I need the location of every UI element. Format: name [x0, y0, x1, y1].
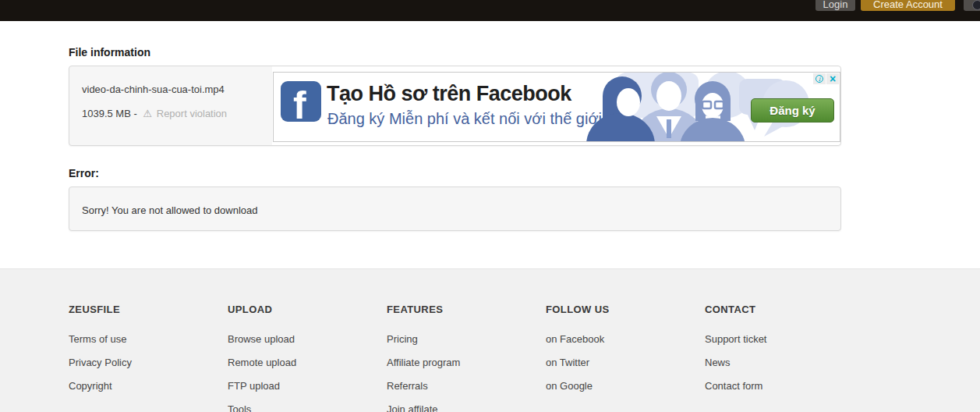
- error-heading: Error:: [69, 167, 99, 179]
- report-violation-link[interactable]: Report violation: [157, 108, 227, 119]
- footer-link-terms[interactable]: Terms of use: [69, 328, 228, 351]
- footer-link-pricing[interactable]: Pricing: [387, 328, 546, 351]
- footer-link-privacy[interactable]: Privacy Policy: [69, 351, 228, 375]
- footer: ZEUSFILE Terms of use Privacy Policy Cop…: [0, 268, 980, 412]
- warning-icon: ⚠: [143, 108, 152, 119]
- ad-signup-button[interactable]: Đăng ký: [751, 98, 834, 123]
- footer-link-join-affilate[interactable]: Join affilate: [387, 398, 546, 412]
- footer-column-features: FEATURES Pricing Affiliate program Refer…: [387, 304, 546, 412]
- footer-link-news[interactable]: News: [705, 351, 864, 375]
- footer-link-referrals[interactable]: Referrals: [387, 375, 546, 398]
- file-info-heading: File information: [69, 46, 150, 59]
- error-box: Sorry! You are not allowed to download: [69, 186, 841, 231]
- footer-column-zeusfile: ZEUSFILE Terms of use Privacy Policy Cop…: [69, 304, 228, 412]
- footer-link-facebook[interactable]: on Facebook: [546, 328, 705, 351]
- footer-link-ftp-upload[interactable]: FTP upload: [228, 375, 387, 398]
- adchoices-info-icon[interactable]: i: [813, 73, 826, 84]
- footer-heading: FEATURES: [387, 304, 546, 315]
- facebook-logo: f: [281, 81, 321, 122]
- separator: -: [134, 108, 137, 119]
- file-name: video-da-chinh-sua-cua-toi.mp4: [82, 83, 225, 95]
- footer-column-contact: CONTACT Support ticket News Contact form: [705, 304, 864, 412]
- ad-subtitle: Đăng ký Miễn phí và kết nối với thế giới…: [327, 110, 607, 128]
- footer-heading: ZEUSFILE: [69, 304, 228, 315]
- footer-link-remote-upload[interactable]: Remote upload: [228, 351, 387, 375]
- footer-link-affiliate-program[interactable]: Affiliate program: [387, 351, 546, 375]
- footer-heading: CONTACT: [705, 304, 864, 315]
- file-size-line: 1039.5 MB - ⚠ Report violation: [82, 108, 227, 119]
- adchoices-controls: i ×: [812, 73, 839, 84]
- footer-column-follow-us: FOLLOW US on Facebook on Twitter on Goog…: [546, 304, 705, 412]
- footer-heading: UPLOAD: [228, 304, 387, 315]
- create-account-button[interactable]: Create Account: [861, 0, 955, 11]
- login-button[interactable]: Login: [815, 0, 855, 11]
- footer-columns: ZEUSFILE Terms of use Privacy Policy Cop…: [69, 304, 864, 412]
- footer-link-contact-form[interactable]: Contact form: [705, 375, 864, 398]
- ad-close-icon[interactable]: ×: [826, 73, 839, 84]
- footer-link-browse-upload[interactable]: Browse upload: [228, 328, 387, 351]
- ad-frame: f Tạo Hồ sơ trên Facebook Đăng ký Miễn p…: [272, 66, 840, 145]
- footer-heading: FOLLOW US: [546, 304, 705, 315]
- footer-link-support-ticket[interactable]: Support ticket: [705, 328, 864, 351]
- language-button[interactable]: [964, 0, 980, 11]
- footer-link-copyright[interactable]: Copyright: [69, 375, 228, 398]
- file-size: 1039.5 MB: [82, 108, 131, 119]
- footer-link-tools[interactable]: Tools: [228, 398, 387, 412]
- topbar: Login Create Account: [0, 0, 980, 21]
- footer-column-upload: UPLOAD Browse upload Remote upload FTP u…: [228, 304, 387, 412]
- file-info-panel: video-da-chinh-sua-cua-toi.mp4 1039.5 MB…: [69, 66, 841, 146]
- facebook-ad-banner[interactable]: f Tạo Hồ sơ trên Facebook Đăng ký Miễn p…: [273, 72, 840, 142]
- footer-link-twitter[interactable]: on Twitter: [546, 351, 705, 375]
- globe-icon: [972, 0, 980, 10]
- ad-headline: Tạo Hồ sơ trên Facebook: [327, 82, 571, 106]
- footer-link-google[interactable]: on Google: [546, 375, 705, 398]
- error-message: Sorry! You are not allowed to download: [82, 204, 258, 216]
